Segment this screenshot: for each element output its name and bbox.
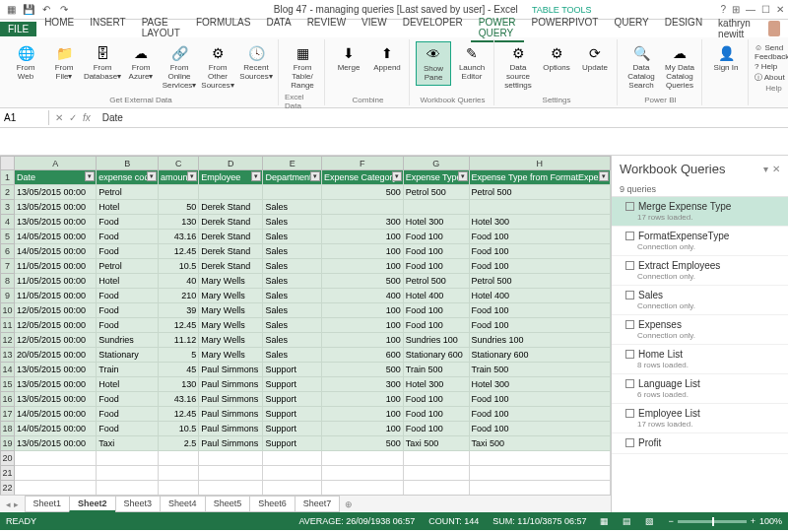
cell[interactable]: Hotel xyxy=(97,274,159,289)
col-header[interactable]: D xyxy=(199,157,263,170)
save-icon[interactable]: 💾 xyxy=(22,3,35,17)
cell[interactable]: Sundries 100 xyxy=(403,333,469,348)
cell[interactable]: Taxi xyxy=(97,436,159,451)
cell[interactable]: 130 xyxy=(159,377,199,392)
cell[interactable]: Support xyxy=(263,407,322,422)
cell[interactable]: 43.16 xyxy=(159,230,199,244)
cell[interactable] xyxy=(469,481,610,496)
row-header[interactable]: 22 xyxy=(1,481,15,496)
cell[interactable]: 11/05/2015 00:00 xyxy=(14,289,96,303)
cell[interactable] xyxy=(97,451,159,466)
cell[interactable] xyxy=(321,481,403,496)
cell[interactable]: Mary Wells xyxy=(199,274,263,289)
ribbon-update[interactable]: ⟳Update xyxy=(577,41,613,75)
maximize-icon[interactable]: ☐ xyxy=(761,4,770,15)
cell[interactable]: Food 100 xyxy=(403,422,469,436)
cell[interactable] xyxy=(403,466,469,481)
ribbon-sign-in[interactable]: 👤Sign In xyxy=(708,41,744,75)
row-header[interactable]: 18 xyxy=(1,422,15,436)
cell[interactable]: 13/05/2015 00:00 xyxy=(14,215,96,230)
query-item[interactable]: Home List8 rows loaded. xyxy=(612,345,788,374)
cell[interactable] xyxy=(321,466,403,481)
tab-design[interactable]: DESIGN xyxy=(657,15,710,42)
table-header[interactable]: Department▾ xyxy=(263,170,322,185)
cell[interactable]: 11/05/2015 00:00 xyxy=(14,259,96,274)
cell[interactable]: Petrol 500 xyxy=(403,185,469,200)
cell[interactable]: 13/05/2015 00:00 xyxy=(14,200,96,215)
tab-page-layout[interactable]: PAGE LAYOUT xyxy=(134,15,188,42)
cell[interactable]: Sundries xyxy=(97,333,159,348)
cell[interactable]: 13/05/2015 00:00 xyxy=(14,185,96,200)
spreadsheet-grid[interactable]: ABCDEFGH1Date▾expense code▾amount▾Employ… xyxy=(0,156,611,495)
help-icon[interactable]: ? xyxy=(720,4,726,15)
cell[interactable]: Hotel 300 xyxy=(403,215,469,230)
row-header[interactable]: 8 xyxy=(1,274,15,289)
cell[interactable] xyxy=(14,451,96,466)
row-header[interactable]: 13 xyxy=(1,348,15,363)
col-header[interactable]: B xyxy=(97,157,159,170)
filter-icon[interactable]: ▾ xyxy=(599,171,609,181)
help-item[interactable]: ? Help xyxy=(755,62,788,71)
tab-power-query[interactable]: POWER QUERY xyxy=(471,15,524,42)
query-item[interactable]: Profit xyxy=(612,433,788,454)
cell[interactable] xyxy=(321,451,403,466)
cell[interactable]: Petrol xyxy=(97,185,159,200)
cell[interactable]: Food 100 xyxy=(403,230,469,244)
cell[interactable]: Stationary 600 xyxy=(403,348,469,363)
tab-insert[interactable]: INSERT xyxy=(82,15,134,42)
row-header[interactable]: 15 xyxy=(1,377,15,392)
ribbon-from-table-range[interactable]: ▦From Table/ Range xyxy=(285,41,320,92)
cell[interactable]: Paul Simmons xyxy=(199,392,263,407)
row-header[interactable]: 14 xyxy=(1,363,15,377)
query-item[interactable]: Extract EmployeesConnection only. xyxy=(612,256,788,286)
cell[interactable]: 13/05/2015 00:00 xyxy=(14,392,96,407)
cell[interactable]: 300 xyxy=(321,377,403,392)
cell[interactable]: 500 xyxy=(321,363,403,377)
cell[interactable]: Derek Stand xyxy=(199,259,263,274)
cell[interactable] xyxy=(263,451,322,466)
zoom-level[interactable]: 100% xyxy=(759,516,782,526)
cell[interactable]: 12.45 xyxy=(159,407,199,422)
cell[interactable]: Derek Stand xyxy=(199,244,263,259)
cell[interactable]: Petrol 500 xyxy=(469,274,610,289)
cell[interactable]: Petrol xyxy=(97,259,159,274)
cell[interactable]: 50 xyxy=(159,200,199,215)
cell[interactable]: 12/05/2015 00:00 xyxy=(14,318,96,333)
cell[interactable]: Train xyxy=(97,363,159,377)
help-item[interactable]: ☺ Send Feedback▾ xyxy=(755,43,788,61)
ribbon-my-data-catalog-queries[interactable]: ☁My Data Catalog Queries xyxy=(662,41,697,92)
cell[interactable]: 300 xyxy=(321,215,403,230)
table-header[interactable]: amount▾ xyxy=(159,170,199,185)
cell[interactable]: Food 100 xyxy=(469,407,610,422)
ribbon-launch-editor[interactable]: ✎Launch Editor xyxy=(454,41,490,84)
cell[interactable] xyxy=(199,185,263,200)
row-header[interactable]: 4 xyxy=(1,215,15,230)
cell[interactable]: Food 100 xyxy=(469,303,610,318)
cell[interactable]: Sundries 100 xyxy=(469,333,610,348)
filter-icon[interactable]: ▾ xyxy=(310,171,320,181)
cell[interactable]: Petrol 500 xyxy=(469,185,610,200)
sheet-tab[interactable]: Sheet5 xyxy=(205,496,251,512)
cell[interactable]: Food 100 xyxy=(403,259,469,274)
cell[interactable] xyxy=(403,481,469,496)
sheet-tab[interactable]: Sheet2 xyxy=(69,496,116,512)
avatar[interactable] xyxy=(768,21,780,36)
cell[interactable]: 100 xyxy=(321,333,403,348)
cell[interactable] xyxy=(199,481,263,496)
cell[interactable]: Support xyxy=(263,363,322,377)
ribbon-recent-sources-[interactable]: 🕓Recent Sources▾ xyxy=(238,41,274,84)
cell[interactable] xyxy=(263,481,322,496)
cell[interactable] xyxy=(263,466,322,481)
cell[interactable]: 100 xyxy=(321,230,403,244)
cell[interactable]: Sales xyxy=(263,200,322,215)
cell[interactable]: Hotel 300 xyxy=(469,215,610,230)
row-header[interactable]: 16 xyxy=(1,392,15,407)
row-header[interactable]: 19 xyxy=(1,436,15,451)
cell[interactable]: Taxi 500 xyxy=(403,436,469,451)
add-sheet-icon[interactable]: ⊕ xyxy=(339,499,359,509)
cell[interactable]: Mary Wells xyxy=(199,348,263,363)
sheet-tab[interactable]: Sheet7 xyxy=(295,496,341,512)
row-header[interactable]: 11 xyxy=(1,318,15,333)
cell[interactable] xyxy=(159,185,199,200)
query-item[interactable]: ExpensesConnection only. xyxy=(612,315,788,345)
